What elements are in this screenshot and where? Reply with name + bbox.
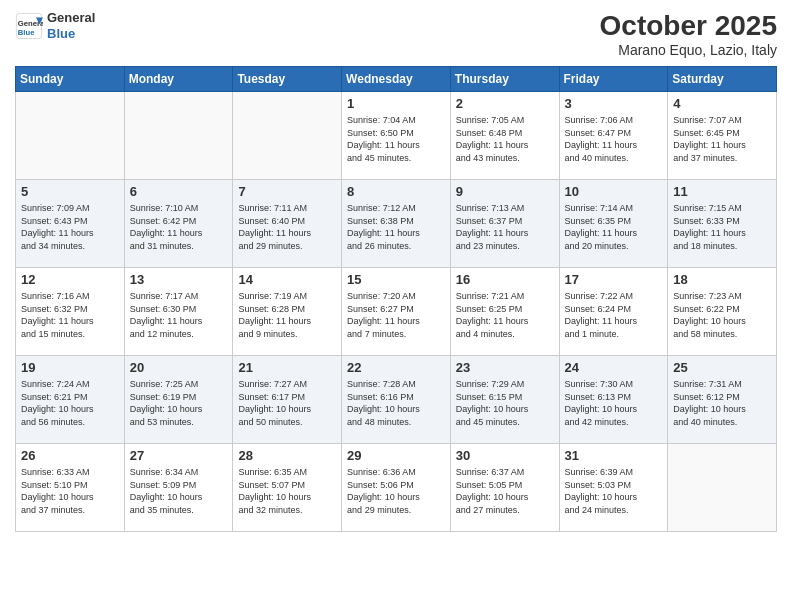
day-info: Sunrise: 7:13 AM Sunset: 6:37 PM Dayligh… [456,202,554,252]
header: General Blue General Blue October 2025 M… [15,10,777,58]
logo-icon: General Blue [15,12,43,40]
day-info: Sunrise: 7:19 AM Sunset: 6:28 PM Dayligh… [238,290,336,340]
day-number: 28 [238,448,336,463]
day-info: Sunrise: 7:04 AM Sunset: 6:50 PM Dayligh… [347,114,445,164]
calendar-cell: 17Sunrise: 7:22 AM Sunset: 6:24 PM Dayli… [559,268,668,356]
calendar-cell [668,444,777,532]
day-number: 18 [673,272,771,287]
day-info: Sunrise: 7:05 AM Sunset: 6:48 PM Dayligh… [456,114,554,164]
day-number: 24 [565,360,663,375]
day-info: Sunrise: 7:07 AM Sunset: 6:45 PM Dayligh… [673,114,771,164]
day-info: Sunrise: 7:23 AM Sunset: 6:22 PM Dayligh… [673,290,771,340]
week-row-4: 19Sunrise: 7:24 AM Sunset: 6:21 PM Dayli… [16,356,777,444]
page: General Blue General Blue October 2025 M… [0,0,792,612]
month-title: October 2025 [600,10,777,42]
logo: General Blue General Blue [15,10,95,41]
weekday-header-sunday: Sunday [16,67,125,92]
day-number: 3 [565,96,663,111]
day-number: 14 [238,272,336,287]
calendar-cell: 22Sunrise: 7:28 AM Sunset: 6:16 PM Dayli… [342,356,451,444]
calendar-cell: 3Sunrise: 7:06 AM Sunset: 6:47 PM Daylig… [559,92,668,180]
day-info: Sunrise: 7:10 AM Sunset: 6:42 PM Dayligh… [130,202,228,252]
day-number: 30 [456,448,554,463]
day-number: 27 [130,448,228,463]
day-number: 5 [21,184,119,199]
day-number: 9 [456,184,554,199]
day-info: Sunrise: 6:39 AM Sunset: 5:03 PM Dayligh… [565,466,663,516]
calendar-cell: 1Sunrise: 7:04 AM Sunset: 6:50 PM Daylig… [342,92,451,180]
weekday-header-saturday: Saturday [668,67,777,92]
day-info: Sunrise: 7:15 AM Sunset: 6:33 PM Dayligh… [673,202,771,252]
day-number: 13 [130,272,228,287]
day-number: 22 [347,360,445,375]
calendar-cell [124,92,233,180]
week-row-1: 1Sunrise: 7:04 AM Sunset: 6:50 PM Daylig… [16,92,777,180]
calendar-cell: 11Sunrise: 7:15 AM Sunset: 6:33 PM Dayli… [668,180,777,268]
calendar-cell: 2Sunrise: 7:05 AM Sunset: 6:48 PM Daylig… [450,92,559,180]
day-number: 10 [565,184,663,199]
day-number: 20 [130,360,228,375]
calendar-cell: 12Sunrise: 7:16 AM Sunset: 6:32 PM Dayli… [16,268,125,356]
day-number: 23 [456,360,554,375]
day-info: Sunrise: 7:29 AM Sunset: 6:15 PM Dayligh… [456,378,554,428]
calendar-cell [16,92,125,180]
day-number: 4 [673,96,771,111]
day-number: 21 [238,360,336,375]
day-info: Sunrise: 7:25 AM Sunset: 6:19 PM Dayligh… [130,378,228,428]
calendar-cell: 14Sunrise: 7:19 AM Sunset: 6:28 PM Dayli… [233,268,342,356]
location: Marano Equo, Lazio, Italy [600,42,777,58]
calendar-cell: 4Sunrise: 7:07 AM Sunset: 6:45 PM Daylig… [668,92,777,180]
day-number: 2 [456,96,554,111]
title-block: October 2025 Marano Equo, Lazio, Italy [600,10,777,58]
weekday-header-monday: Monday [124,67,233,92]
day-info: Sunrise: 7:17 AM Sunset: 6:30 PM Dayligh… [130,290,228,340]
day-number: 12 [21,272,119,287]
day-number: 31 [565,448,663,463]
day-info: Sunrise: 7:21 AM Sunset: 6:25 PM Dayligh… [456,290,554,340]
day-info: Sunrise: 7:06 AM Sunset: 6:47 PM Dayligh… [565,114,663,164]
weekday-header-row: SundayMondayTuesdayWednesdayThursdayFrid… [16,67,777,92]
day-info: Sunrise: 7:20 AM Sunset: 6:27 PM Dayligh… [347,290,445,340]
day-info: Sunrise: 7:12 AM Sunset: 6:38 PM Dayligh… [347,202,445,252]
day-number: 16 [456,272,554,287]
calendar-cell: 27Sunrise: 6:34 AM Sunset: 5:09 PM Dayli… [124,444,233,532]
calendar-cell: 31Sunrise: 6:39 AM Sunset: 5:03 PM Dayli… [559,444,668,532]
calendar-cell: 8Sunrise: 7:12 AM Sunset: 6:38 PM Daylig… [342,180,451,268]
weekday-header-thursday: Thursday [450,67,559,92]
calendar-cell: 18Sunrise: 7:23 AM Sunset: 6:22 PM Dayli… [668,268,777,356]
calendar-cell: 15Sunrise: 7:20 AM Sunset: 6:27 PM Dayli… [342,268,451,356]
day-info: Sunrise: 7:14 AM Sunset: 6:35 PM Dayligh… [565,202,663,252]
day-info: Sunrise: 7:16 AM Sunset: 6:32 PM Dayligh… [21,290,119,340]
weekday-header-wednesday: Wednesday [342,67,451,92]
calendar-cell: 26Sunrise: 6:33 AM Sunset: 5:10 PM Dayli… [16,444,125,532]
calendar-cell: 13Sunrise: 7:17 AM Sunset: 6:30 PM Dayli… [124,268,233,356]
day-info: Sunrise: 7:31 AM Sunset: 6:12 PM Dayligh… [673,378,771,428]
calendar-cell: 20Sunrise: 7:25 AM Sunset: 6:19 PM Dayli… [124,356,233,444]
weekday-header-tuesday: Tuesday [233,67,342,92]
day-number: 29 [347,448,445,463]
calendar-cell: 21Sunrise: 7:27 AM Sunset: 6:17 PM Dayli… [233,356,342,444]
calendar-cell: 29Sunrise: 6:36 AM Sunset: 5:06 PM Dayli… [342,444,451,532]
calendar-cell: 6Sunrise: 7:10 AM Sunset: 6:42 PM Daylig… [124,180,233,268]
calendar-cell: 10Sunrise: 7:14 AM Sunset: 6:35 PM Dayli… [559,180,668,268]
calendar-cell: 23Sunrise: 7:29 AM Sunset: 6:15 PM Dayli… [450,356,559,444]
day-info: Sunrise: 7:30 AM Sunset: 6:13 PM Dayligh… [565,378,663,428]
calendar-cell: 16Sunrise: 7:21 AM Sunset: 6:25 PM Dayli… [450,268,559,356]
calendar-cell: 30Sunrise: 6:37 AM Sunset: 5:05 PM Dayli… [450,444,559,532]
week-row-5: 26Sunrise: 6:33 AM Sunset: 5:10 PM Dayli… [16,444,777,532]
calendar-cell: 19Sunrise: 7:24 AM Sunset: 6:21 PM Dayli… [16,356,125,444]
logo-line2: Blue [47,26,95,42]
calendar-cell [233,92,342,180]
day-number: 11 [673,184,771,199]
day-number: 17 [565,272,663,287]
day-number: 19 [21,360,119,375]
day-info: Sunrise: 7:22 AM Sunset: 6:24 PM Dayligh… [565,290,663,340]
weekday-header-friday: Friday [559,67,668,92]
day-number: 26 [21,448,119,463]
day-info: Sunrise: 6:34 AM Sunset: 5:09 PM Dayligh… [130,466,228,516]
day-info: Sunrise: 7:27 AM Sunset: 6:17 PM Dayligh… [238,378,336,428]
svg-text:Blue: Blue [18,28,35,37]
day-info: Sunrise: 6:35 AM Sunset: 5:07 PM Dayligh… [238,466,336,516]
calendar-cell: 9Sunrise: 7:13 AM Sunset: 6:37 PM Daylig… [450,180,559,268]
day-number: 15 [347,272,445,287]
